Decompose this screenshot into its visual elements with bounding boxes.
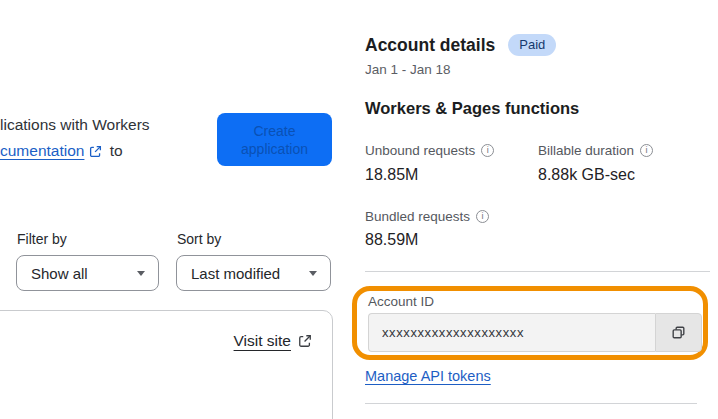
sort-select[interactable]: Last modified [176, 255, 331, 291]
info-icon[interactable]: i [640, 144, 653, 157]
stat-value-bundled-requests: 88.59M [365, 231, 418, 249]
copy-button[interactable] [655, 313, 702, 352]
account-id-input[interactable] [368, 313, 655, 352]
intro-line-2-text: to [105, 142, 122, 159]
stat-value-billable-duration: 8.88k GB-sec [538, 166, 635, 184]
stat-label-billable-duration: Billable duration i [538, 143, 653, 158]
stat-value-unbound-requests: 18.85M [365, 166, 418, 184]
intro-line-1-text: lications with Workers [0, 116, 150, 133]
external-link-icon [298, 334, 312, 348]
project-card: Visit site [0, 310, 333, 419]
plan-badge: Paid [508, 34, 556, 56]
intro-line-1: lications with Workers [0, 112, 150, 138]
copy-icon [670, 324, 687, 341]
date-range: Jan 1 - Jan 18 [365, 62, 451, 77]
account-id-label: Account ID [368, 294, 434, 309]
divider [365, 271, 710, 272]
stat-label-unbound-requests: Unbound requests i [365, 143, 494, 158]
stat-label-bundled-requests: Bundled requests i [365, 209, 489, 224]
sort-by-label: Sort by [177, 231, 221, 247]
workers-pages-dashboard: lications with Workers cumentation to Cr… [0, 0, 718, 419]
filter-by-label: Filter by [17, 231, 67, 247]
filter-select-value: Show all [31, 265, 88, 282]
visit-site-link[interactable]: Visit site [234, 332, 291, 350]
account-details-header: Account details Paid [365, 34, 556, 56]
create-application-button[interactable]: Create application [217, 113, 332, 166]
chevron-down-icon [309, 271, 317, 276]
divider [365, 403, 697, 404]
account-details-title: Account details [365, 35, 495, 56]
intro-line-2: cumentation to [0, 138, 150, 166]
filter-select[interactable]: Show all [16, 255, 159, 291]
functions-section-title: Workers & Pages functions [365, 99, 579, 118]
external-link-icon [89, 140, 102, 166]
sort-select-value: Last modified [191, 265, 280, 282]
manage-api-tokens-link[interactable]: Manage API tokens [365, 368, 491, 384]
account-id-group [368, 313, 702, 352]
chevron-down-icon [137, 271, 145, 276]
intro-text: lications with Workers cumentation to [0, 112, 150, 166]
documentation-link[interactable]: cumentation [0, 142, 84, 159]
info-icon[interactable]: i [481, 144, 494, 157]
info-icon[interactable]: i [476, 210, 489, 223]
visit-site-row: Visit site [0, 311, 332, 350]
